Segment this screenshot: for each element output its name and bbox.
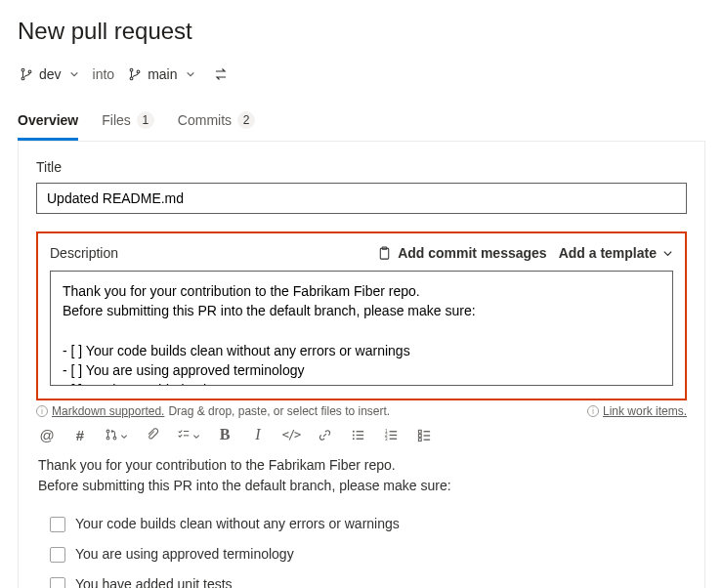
tab-overview[interactable]: Overview — [18, 105, 78, 141]
target-branch-name: main — [148, 66, 177, 82]
svg-rect-22 — [389, 438, 397, 439]
checklist-button[interactable] — [177, 426, 200, 443]
code-button[interactable]: </> — [282, 426, 300, 443]
svg-rect-20 — [389, 434, 397, 435]
checklist-item: Your code builds clean without any error… — [38, 514, 685, 534]
checkbox[interactable] — [50, 517, 65, 532]
description-textarea[interactable] — [50, 271, 673, 386]
branch-icon — [20, 67, 33, 81]
bullet-list-button[interactable] — [349, 426, 366, 443]
svg-point-9 — [106, 437, 109, 440]
link-icon — [318, 428, 332, 442]
svg-rect-6 — [380, 248, 388, 259]
tab-label: Files — [102, 112, 131, 128]
link-button[interactable] — [316, 426, 333, 443]
description-highlight: Description Add commit messages Add a te… — [36, 231, 687, 400]
checklist-item: You have added unit tests — [38, 574, 685, 588]
checklist-label: You are using approved terminology — [75, 544, 294, 565]
italic-button[interactable]: I — [249, 426, 267, 443]
svg-point-1 — [21, 77, 24, 80]
checklist-icon — [177, 428, 191, 441]
button-label: Add commit messages — [398, 245, 547, 261]
svg-point-8 — [106, 430, 109, 433]
mention-button[interactable]: @ — [38, 426, 56, 443]
checkbox[interactable] — [50, 547, 65, 563]
svg-rect-12 — [356, 431, 363, 432]
into-label: into — [93, 66, 115, 82]
attach-button[interactable] — [144, 426, 161, 443]
chevron-down-icon — [192, 427, 200, 443]
branch-selector-row: dev into main — [18, 63, 705, 100]
paperclip-icon — [146, 428, 159, 441]
tab-label: Commits — [178, 112, 232, 128]
drag-drop-hint: Drag & drop, paste, or select files to i… — [168, 404, 390, 418]
svg-point-4 — [130, 77, 133, 80]
files-count-badge: 1 — [137, 111, 154, 129]
checklist-label: You have added unit tests — [75, 574, 233, 588]
checkbox[interactable] — [50, 577, 65, 589]
button-label: Add a template — [559, 245, 657, 261]
source-branch-picker[interactable]: dev — [20, 66, 79, 82]
add-commit-messages-button[interactable]: Add commit messages — [377, 245, 547, 261]
checklist-item: You are using approved terminology — [38, 544, 685, 565]
tabs: Overview Files 1 Commits 2 — [18, 104, 705, 142]
svg-rect-23 — [418, 430, 421, 433]
chevron-down-icon — [662, 248, 673, 259]
svg-rect-16 — [356, 438, 363, 439]
form-area: Title Description Add commit messages Ad… — [18, 142, 705, 588]
svg-point-10 — [113, 437, 116, 440]
svg-rect-25 — [418, 434, 421, 437]
bold-button[interactable]: B — [216, 426, 234, 443]
svg-point-3 — [130, 68, 133, 71]
swap-branches-button[interactable] — [209, 63, 233, 86]
tab-files[interactable]: Files 1 — [102, 104, 154, 142]
task-list-icon — [417, 428, 432, 442]
pr-icon — [105, 428, 118, 441]
work-item-ref-button[interactable]: # — [71, 426, 89, 443]
link-work-items-link[interactable]: Link work items. — [603, 404, 687, 418]
preview-intro-line: Thank you for your contribution to the F… — [38, 457, 396, 473]
description-label: Description — [50, 245, 365, 261]
commits-count-badge: 2 — [237, 111, 255, 129]
add-template-button[interactable]: Add a template — [559, 245, 673, 261]
svg-rect-27 — [418, 438, 421, 441]
paste-icon — [377, 246, 392, 261]
svg-point-13 — [352, 434, 354, 436]
svg-point-0 — [21, 68, 24, 71]
title-input[interactable] — [36, 183, 687, 214]
svg-rect-14 — [356, 434, 363, 435]
chevron-down-icon — [69, 69, 79, 79]
tab-commits[interactable]: Commits 2 — [178, 104, 255, 142]
svg-point-15 — [352, 438, 354, 440]
source-branch-name: dev — [39, 66, 62, 82]
svg-text:3: 3 — [384, 436, 387, 441]
task-list-button[interactable] — [415, 426, 433, 443]
numbered-list-icon: 1 2 3 — [384, 428, 399, 442]
target-branch-picker[interactable]: main — [128, 66, 194, 82]
chevron-down-icon — [120, 427, 128, 443]
checklist-label: Your code builds clean without any error… — [75, 514, 400, 534]
info-icon: i — [36, 405, 48, 417]
swap-icon — [213, 66, 229, 82]
preview-intro-line: Before submitting this PR into the defau… — [38, 478, 451, 493]
markdown-supported-link[interactable]: Markdown supported. — [52, 404, 164, 418]
pr-ref-button[interactable] — [105, 426, 128, 443]
branch-icon — [128, 67, 142, 81]
svg-rect-18 — [389, 431, 397, 432]
editor-toolbar: @ # — [36, 418, 687, 455]
chevron-down-icon — [186, 69, 195, 79]
info-icon: i — [587, 405, 599, 417]
svg-point-5 — [137, 70, 140, 73]
title-label: Title — [36, 159, 687, 175]
helper-row: i Markdown supported. Drag & drop, paste… — [36, 404, 687, 418]
description-header: Description Add commit messages Add a te… — [50, 245, 673, 261]
page-title: New pull request — [18, 18, 705, 45]
svg-point-2 — [28, 70, 31, 73]
tab-label: Overview — [18, 112, 78, 128]
bullet-list-icon — [351, 428, 365, 442]
numbered-list-button[interactable]: 1 2 3 — [382, 426, 400, 443]
description-preview: Thank you for your contribution to the F… — [36, 455, 687, 588]
svg-point-11 — [352, 430, 354, 432]
